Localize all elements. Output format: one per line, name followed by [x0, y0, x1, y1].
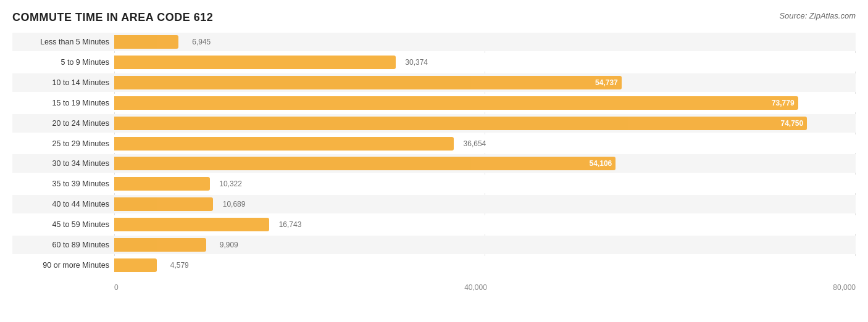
bar-row: 20 to 24 Minutes74,750 — [12, 114, 856, 133]
bar-label: 40 to 44 Minutes — [12, 200, 114, 208]
bar-track: 10,689 — [114, 195, 856, 213]
bar-value: 73,779 — [772, 99, 795, 107]
bar-value: 10,322 — [219, 180, 242, 188]
bar-row: 25 to 29 Minutes36,654 — [12, 134, 856, 153]
bar-row: Less than 5 Minutes6,945 — [12, 33, 856, 51]
bar-value: 54,737 — [595, 78, 618, 87]
bar-value: 6,945 — [192, 38, 211, 46]
chart-title: COMMUTE TIME IN AREA CODE 612 — [12, 11, 213, 24]
chart-source: Source: ZipAtlas.com — [779, 11, 856, 20]
bar-track: 73,779 — [114, 94, 856, 112]
bar-track: 36,654 — [114, 134, 856, 153]
x-tick-0: 0 — [114, 283, 119, 292]
bar-label: Less than 5 Minutes — [12, 38, 114, 46]
bars-wrapper: Less than 5 Minutes6,9455 to 9 Minutes30… — [12, 33, 856, 275]
bar-fill: 36,654 — [114, 137, 454, 151]
bar-value: 30,374 — [405, 58, 428, 67]
bar-track: 30,374 — [114, 53, 856, 72]
bar-track: 54,737 — [114, 73, 856, 92]
bar-fill: 54,106 — [114, 157, 616, 170]
x-axis: 0 40,000 80,000 — [114, 276, 856, 292]
bar-track: 74,750 — [114, 114, 856, 133]
bar-label: 5 to 9 Minutes — [12, 58, 114, 67]
bar-row: 5 to 9 Minutes30,374 — [12, 53, 856, 72]
bar-value: 74,750 — [780, 119, 803, 128]
bar-fill: 10,322 — [114, 177, 210, 191]
bar-row: 45 to 59 Minutes16,743 — [12, 215, 856, 234]
bar-fill: 73,779 — [114, 96, 798, 110]
bar-label: 20 to 24 Minutes — [12, 119, 114, 128]
chart-container: COMMUTE TIME IN AREA CODE 612 Source: Zi… — [0, 0, 868, 322]
bar-fill: 74,750 — [114, 117, 807, 130]
bar-row: 60 to 89 Minutes9,909 — [12, 236, 856, 254]
bar-fill: 4,579 — [114, 258, 157, 272]
x-tick-80000: 80,000 — [833, 283, 856, 292]
bar-value: 10,689 — [223, 200, 246, 208]
chart-header: COMMUTE TIME IN AREA CODE 612 Source: Zi… — [12, 11, 856, 24]
bar-value: 54,106 — [590, 159, 612, 168]
bar-fill: 6,945 — [114, 35, 178, 49]
bar-value: 9,909 — [220, 241, 238, 249]
chart-area: Less than 5 Minutes6,9455 to 9 Minutes30… — [12, 33, 856, 292]
bar-label: 10 to 14 Minutes — [12, 78, 114, 87]
x-tick-40000: 40,000 — [464, 283, 487, 292]
bar-track: 4,579 — [114, 256, 856, 275]
bar-label: 90 or more Minutes — [12, 261, 114, 270]
bar-track: 6,945 — [114, 33, 856, 51]
bar-label: 30 to 34 Minutes — [12, 159, 114, 168]
bar-fill: 9,909 — [114, 238, 206, 252]
bar-value: 16,743 — [279, 220, 302, 229]
bar-fill: 10,689 — [114, 197, 213, 211]
bar-label: 25 to 29 Minutes — [12, 139, 114, 148]
bar-value: 4,579 — [170, 261, 189, 270]
bar-fill: 30,374 — [114, 56, 396, 69]
bar-track: 54,106 — [114, 154, 856, 173]
bar-value: 36,654 — [464, 139, 486, 148]
bar-row: 40 to 44 Minutes10,689 — [12, 195, 856, 213]
bar-row: 90 or more Minutes4,579 — [12, 256, 856, 275]
bar-label: 60 to 89 Minutes — [12, 241, 114, 249]
bar-row: 30 to 34 Minutes54,106 — [12, 154, 856, 173]
bar-track: 16,743 — [114, 215, 856, 234]
bar-fill: 54,737 — [114, 76, 622, 89]
bar-track: 9,909 — [114, 236, 856, 254]
bar-row: 15 to 19 Minutes73,779 — [12, 94, 856, 112]
bar-label: 45 to 59 Minutes — [12, 220, 114, 229]
bar-label: 35 to 39 Minutes — [12, 180, 114, 188]
bar-track: 10,322 — [114, 175, 856, 193]
bar-row: 35 to 39 Minutes10,322 — [12, 175, 856, 193]
bar-label: 15 to 19 Minutes — [12, 99, 114, 107]
bar-row: 10 to 14 Minutes54,737 — [12, 73, 856, 92]
bar-fill: 16,743 — [114, 218, 269, 231]
